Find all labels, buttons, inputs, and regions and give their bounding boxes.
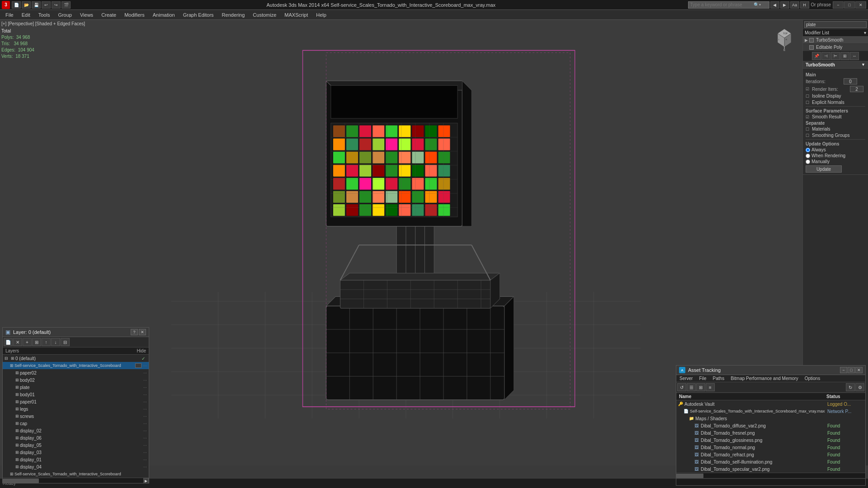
isoline-checkbox[interactable]: ☐: [806, 94, 809, 99]
menu-rendering[interactable]: Rendering: [218, 11, 249, 19]
open-btn[interactable]: 📂: [22, 1, 31, 9]
asset-item[interactable]: 🖼 Dibal_Tornado_refract.png Found: [676, 451, 865, 458]
layer-item[interactable]: ⊞ cap ···: [3, 420, 149, 427]
asset-item[interactable]: 🖼 Dibal_Tornado_fresnel.png Found: [676, 429, 865, 436]
layer-delete-btn[interactable]: ✕: [13, 338, 22, 346]
asset-menu-server[interactable]: Server: [677, 375, 695, 381]
materials-checkbox[interactable]: ☐: [806, 127, 809, 131]
layer-help-button[interactable]: ?: [131, 329, 138, 335]
layer-close-button[interactable]: ✕: [139, 329, 146, 335]
asset-menu-file[interactable]: File: [696, 375, 709, 381]
layer-collapse-btn[interactable]: ⊟: [61, 338, 70, 346]
asset-menu-paths[interactable]: Paths: [710, 375, 727, 381]
search-next-btn[interactable]: ▶: [780, 1, 789, 9]
mirror-btn[interactable]: ↔: [850, 52, 859, 60]
asset-detail-btn[interactable]: ≡: [706, 383, 715, 391]
asset-item[interactable]: 📄 Self-service_Scales_Tornado_with_Inter…: [676, 408, 865, 415]
asset-item[interactable]: 🖼 Dibal_Tornado_self-illumination.png Fo…: [676, 458, 865, 465]
search-box[interactable]: 🔍 ▾: [688, 1, 769, 9]
layer-item[interactable]: ⊞ Self-service_Scales_Tornado_with_Inter…: [3, 470, 149, 478]
menu-file[interactable]: File: [2, 11, 17, 19]
minimize-button[interactable]: −: [833, 1, 844, 9]
asset-scrollbar[interactable]: [676, 473, 865, 478]
align2-btn[interactable]: ⊢: [831, 52, 840, 60]
layer-item[interactable]: ⊞ display_03 ···: [3, 449, 149, 456]
layer-item[interactable]: ⊞ Self-service_Scales_Tornado_with_Inter…: [3, 362, 149, 369]
menu-edit[interactable]: Edit: [18, 11, 34, 19]
asset-min-button[interactable]: −: [840, 367, 847, 373]
iterations-input[interactable]: 0: [844, 78, 857, 84]
menu-maxscript[interactable]: MAXScript: [281, 11, 311, 19]
world-btn[interactable]: ⊞: [840, 52, 849, 60]
layer-item[interactable]: ⊞ body02 ···: [3, 376, 149, 384]
asset-reload-btn[interactable]: ↺: [677, 383, 686, 391]
layer-item[interactable]: ⊞ display_06 ···: [3, 434, 149, 441]
asset-scrollbar-thumb[interactable]: [676, 474, 703, 478]
layer-scrollbar-thumb[interactable]: [3, 479, 39, 483]
update-button[interactable]: Update: [806, 165, 842, 173]
turbos-collapse-icon[interactable]: ▼: [861, 62, 865, 67]
layer-scroll-right-btn[interactable]: ▶: [143, 478, 149, 483]
new-btn[interactable]: 📄: [12, 1, 21, 9]
layer-item[interactable]: ⊟ ⊞ 0 (default) ✓: [3, 355, 149, 362]
menu-modifiers[interactable]: Modifiers: [121, 11, 148, 19]
navigation-cube[interactable]: TOP R L N: [771, 24, 798, 52]
asset-options-btn[interactable]: ⚙: [855, 383, 864, 391]
asset-max-button[interactable]: □: [848, 367, 855, 373]
asset-item[interactable]: 🖼 Dibal_Tornado_glossiness.png Found: [676, 436, 865, 444]
pin-btn[interactable]: 📌: [812, 52, 821, 60]
layer-item[interactable]: ⊞ display_01 ···: [3, 456, 149, 463]
layer-item[interactable]: ⊞ paper02 ···: [3, 369, 149, 376]
manually-radio[interactable]: [806, 160, 810, 164]
menu-graph-editors[interactable]: Graph Editors: [179, 11, 217, 19]
maximize-button[interactable]: □: [844, 1, 855, 9]
asset-thumb-btn[interactable]: ⊞: [696, 383, 705, 391]
render-checkbox[interactable]: ☑: [806, 87, 809, 91]
render-iters-input[interactable]: 2: [850, 86, 863, 92]
asset-list-btn[interactable]: ☰: [687, 383, 696, 391]
layer-item[interactable]: ⊞ display_05 ···: [3, 441, 149, 449]
asset-menu-options[interactable]: Options: [802, 375, 823, 381]
undo-btn[interactable]: ↩: [42, 1, 51, 9]
asset-menu-bitmap[interactable]: Bitmap Performance and Memory: [728, 375, 801, 381]
layer-down-btn[interactable]: ↓: [51, 338, 60, 346]
always-radio[interactable]: [806, 148, 810, 152]
search-case-btn[interactable]: Aa: [790, 1, 799, 9]
menu-help[interactable]: Help: [312, 11, 330, 19]
save-btn[interactable]: 💾: [32, 1, 41, 9]
asset-item[interactable]: 🖼 Dibal_Tornado_normal.png Found: [676, 444, 865, 451]
layer-add-btn[interactable]: +: [23, 338, 32, 346]
menu-views[interactable]: Views: [76, 11, 97, 19]
layer-up-btn[interactable]: ↑: [42, 338, 51, 346]
menu-group[interactable]: Group: [54, 11, 75, 19]
smooth-result-checkbox[interactable]: ☑: [806, 115, 809, 119]
menu-tools[interactable]: Tools: [35, 11, 54, 19]
menu-create[interactable]: Create: [98, 11, 120, 19]
layer-item[interactable]: ⊞ paper01 ···: [3, 398, 149, 405]
edpoly-modifier-item[interactable]: ▶ Editable Poly: [803, 44, 868, 51]
when-rendering-radio[interactable]: [806, 154, 810, 158]
align-btn[interactable]: ⊣: [821, 52, 830, 60]
search-prev-btn[interactable]: ◀: [770, 1, 779, 9]
asset-item[interactable]: 🖼 Dibal_Tornado_diffuse_var2.png Found: [676, 422, 865, 429]
modifier-search-input[interactable]: plate: [804, 21, 867, 28]
search-highlight-btn[interactable]: H: [800, 1, 809, 9]
asset-item[interactable]: 🔑 Autodesk Vault Logged O...: [676, 400, 865, 408]
asset-refresh-btn[interactable]: ↻: [846, 383, 855, 391]
smoothing-checkbox[interactable]: ☐: [806, 133, 809, 138]
asset-item[interactable]: 📁 Maps / Shaders: [676, 415, 865, 422]
asset-close-button[interactable]: ✕: [855, 367, 863, 373]
layer-item[interactable]: ⊞ legs ···: [3, 405, 149, 413]
asset-input-row[interactable]: [676, 478, 865, 485]
layer-item[interactable]: ⊞ body01 ···: [3, 391, 149, 398]
layer-select-btn[interactable]: ⊞: [32, 338, 41, 346]
menu-animation[interactable]: Animation: [149, 11, 179, 19]
search-input[interactable]: [690, 2, 754, 7]
turbos-modifier-item[interactable]: ▶ TurboSmooth: [803, 37, 868, 44]
layer-scrollbar[interactable]: ▶: [3, 478, 149, 483]
layer-new-btn[interactable]: 📄: [4, 338, 13, 346]
close-button[interactable]: ✕: [855, 1, 866, 9]
explicit-checkbox[interactable]: ☐: [806, 100, 809, 105]
menu-customize[interactable]: Customize: [249, 11, 280, 19]
render-btn[interactable]: 🎬: [61, 1, 71, 9]
